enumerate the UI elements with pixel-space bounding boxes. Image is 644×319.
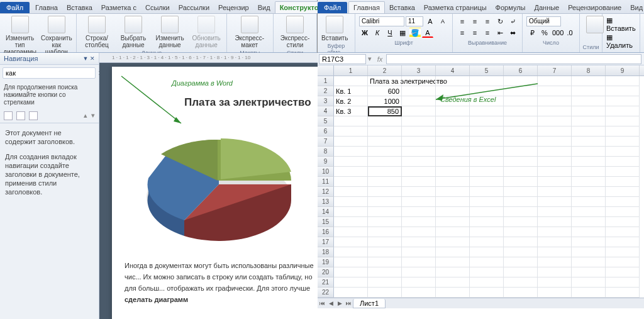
formula-input[interactable]: [386, 54, 641, 64]
cell[interactable]: [538, 76, 572, 86]
row-header[interactable]: 13: [318, 197, 334, 207]
cell[interactable]: [402, 147, 436, 157]
cell[interactable]: [436, 187, 470, 197]
cell[interactable]: [470, 86, 504, 96]
cell[interactable]: [572, 116, 606, 126]
cell[interactable]: [538, 227, 572, 237]
cell[interactable]: [334, 237, 368, 247]
cell[interactable]: [606, 126, 640, 137]
save-template-button[interactable]: Сохранить как шаблон: [39, 15, 74, 56]
cell[interactable]: [470, 167, 504, 177]
cell[interactable]: [334, 177, 368, 187]
cell[interactable]: [402, 288, 436, 298]
cell[interactable]: [436, 267, 470, 277]
cell[interactable]: [436, 247, 470, 257]
cell[interactable]: [572, 76, 606, 86]
cell[interactable]: [402, 227, 436, 237]
cell[interactable]: [368, 187, 402, 197]
cell[interactable]: [538, 106, 572, 116]
cell[interactable]: [368, 217, 402, 227]
shrink-font-icon[interactable]: A: [437, 16, 448, 26]
col-header[interactable]: 6: [504, 65, 538, 76]
cell[interactable]: [572, 96, 606, 106]
cell[interactable]: [538, 237, 572, 247]
cell[interactable]: [436, 86, 470, 96]
cell[interactable]: [572, 147, 606, 157]
cell[interactable]: [572, 167, 606, 177]
cell[interactable]: [606, 147, 640, 157]
tab-review[interactable]: Рецензир: [214, 2, 253, 13]
cell[interactable]: [504, 137, 538, 147]
cell[interactable]: [470, 157, 504, 167]
ruler[interactable]: 1 · 1 · 1 · 2 · 1 · 3 · 1 · 4 · 1 · 5 · …: [99, 53, 318, 63]
underline-button[interactable]: Ч: [384, 28, 396, 38]
col-header[interactable]: 9: [606, 65, 640, 76]
cell[interactable]: [334, 207, 368, 217]
col-header[interactable]: 4: [436, 65, 470, 76]
sheet-tab[interactable]: Лист1: [353, 299, 386, 308]
cell[interactable]: [504, 187, 538, 197]
cell[interactable]: [334, 247, 368, 257]
row-header[interactable]: 22: [318, 288, 334, 298]
cell[interactable]: [572, 207, 606, 217]
cell[interactable]: [334, 197, 368, 207]
cell[interactable]: [436, 227, 470, 237]
row-header[interactable]: 10: [318, 167, 334, 177]
name-box[interactable]: [319, 54, 366, 64]
cell[interactable]: [606, 106, 640, 116]
cell[interactable]: [402, 267, 436, 277]
cell[interactable]: [368, 247, 402, 257]
tab-links[interactable]: Ссылки: [141, 2, 174, 13]
cell[interactable]: [470, 76, 504, 86]
select-all-corner[interactable]: [318, 65, 334, 76]
cell[interactable]: [606, 217, 640, 227]
cell[interactable]: [470, 237, 504, 247]
grow-font-icon[interactable]: A: [425, 16, 436, 26]
col-header[interactable]: 8: [572, 65, 606, 76]
cell[interactable]: [470, 247, 504, 257]
cell[interactable]: [436, 106, 470, 116]
cell[interactable]: [436, 126, 470, 137]
row-header[interactable]: 20: [318, 267, 334, 277]
align-left-icon[interactable]: ≡: [457, 28, 468, 38]
cell[interactable]: [538, 267, 572, 277]
col-header[interactable]: 2: [368, 65, 402, 76]
excel-tab-home[interactable]: Главная: [348, 1, 385, 13]
indent-dec-icon[interactable]: ⇤: [494, 28, 506, 38]
align-bot-icon[interactable]: ≡: [482, 16, 493, 26]
cell[interactable]: [334, 257, 368, 267]
cell[interactable]: 850: [368, 106, 402, 116]
cell[interactable]: [538, 187, 572, 197]
cell[interactable]: [538, 96, 572, 106]
cell[interactable]: [572, 126, 606, 137]
cell[interactable]: [504, 227, 538, 237]
nav-tab-pages-icon[interactable]: [16, 111, 25, 120]
cell[interactable]: [436, 76, 470, 86]
cell[interactable]: [436, 167, 470, 177]
number-format-select[interactable]: Общий: [526, 16, 561, 26]
cell[interactable]: [470, 116, 504, 126]
cell[interactable]: [572, 277, 606, 288]
cell[interactable]: [606, 86, 640, 96]
cell[interactable]: [334, 157, 368, 167]
cell[interactable]: [606, 257, 640, 267]
cell[interactable]: [470, 187, 504, 197]
cell[interactable]: [538, 137, 572, 147]
cell[interactable]: [436, 237, 470, 247]
cell[interactable]: [538, 157, 572, 167]
cell[interactable]: [572, 257, 606, 267]
cell[interactable]: [606, 207, 640, 217]
row-header[interactable]: 6: [318, 126, 334, 137]
cell[interactable]: [470, 227, 504, 237]
nav-search-input[interactable]: [3, 67, 96, 79]
tab-home[interactable]: Главна: [31, 2, 62, 13]
font-color-icon[interactable]: A: [422, 28, 433, 38]
sheet-nav-first-icon[interactable]: ⏮: [318, 300, 326, 306]
cell[interactable]: [402, 106, 436, 116]
tab-insert[interactable]: Вставка: [62, 2, 97, 13]
nav-tab-headings-icon[interactable]: [4, 111, 13, 120]
cell[interactable]: [504, 277, 538, 288]
cell[interactable]: [572, 237, 606, 247]
tab-view[interactable]: Вид: [253, 2, 275, 13]
cell[interactable]: [402, 76, 436, 86]
